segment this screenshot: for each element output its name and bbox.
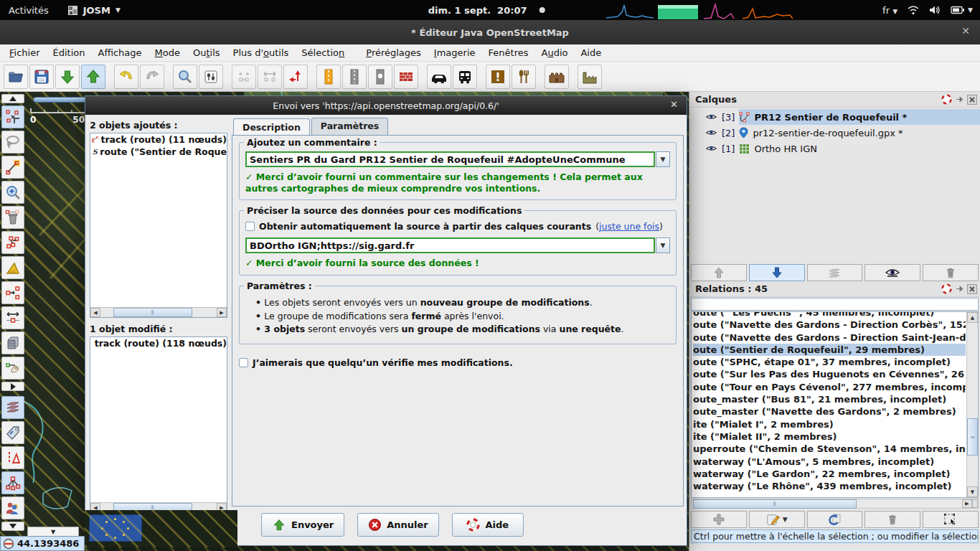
added-list-hscrollbar[interactable]: ◀ ⦀ ▶ bbox=[90, 307, 227, 317]
merge-nodes-button[interactable] bbox=[232, 65, 256, 89]
object-item[interactable]: track (route) (118 nœuds) bbox=[90, 337, 227, 349]
relation-select-members-button[interactable] bbox=[923, 511, 979, 528]
relations-list[interactable]: oute (" Les Puechs ", 45 membres, incomp… bbox=[691, 311, 979, 498]
layers-panel-title-bar[interactable]: Calques bbox=[689, 92, 980, 108]
menu--dition[interactable]: Édition bbox=[47, 46, 92, 60]
relation-item[interactable]: oute (" Les Puechs ", 45 membres, incomp… bbox=[693, 312, 966, 319]
relation-item[interactable]: waterway ("Le Rhône", 439 membres, incom… bbox=[693, 480, 966, 492]
source-combobox[interactable]: BDOrtho IGN;https://sig.gard.fr ▼ bbox=[245, 237, 670, 253]
relation-item[interactable]: oute ("Sentier de Roquefeuil", 29 membre… bbox=[693, 344, 966, 356]
battery-menu[interactable]: ▼ bbox=[951, 6, 973, 14]
upload-button[interactable] bbox=[81, 65, 105, 89]
angle-snap-tool[interactable] bbox=[1, 256, 24, 279]
track-preset-button[interactable] bbox=[342, 65, 367, 89]
panel-close-icon[interactable] bbox=[967, 95, 977, 105]
roundabout-preset-button[interactable] bbox=[368, 65, 392, 89]
relation-add-button[interactable] bbox=[691, 511, 747, 528]
menu-outils[interactable]: Outils bbox=[187, 46, 227, 60]
search-button[interactable] bbox=[173, 65, 197, 89]
layers-panel-toggle[interactable] bbox=[1, 396, 24, 419]
relation-item[interactable]: uperroute ("Chemin de Stevenson", 14 mem… bbox=[693, 443, 966, 455]
relations-panel-toggle[interactable] bbox=[1, 471, 24, 494]
just-once-link[interactable]: juste une fois bbox=[599, 221, 659, 232]
upload-confirm-button[interactable]: Envoyer bbox=[261, 513, 344, 537]
tools-scroll-down-button[interactable] bbox=[1, 522, 24, 531]
menu-affichage[interactable]: Affichage bbox=[91, 46, 148, 60]
tab-parametres[interactable]: Paramètres bbox=[311, 118, 388, 135]
layer-visibility-button[interactable] bbox=[864, 264, 920, 281]
layers-list[interactable]: [3]PR12 Sentier de Roquefeuil *[2]pr12-s… bbox=[689, 108, 980, 263]
activities-button[interactable]: Activités bbox=[9, 5, 49, 16]
chevron-down-icon[interactable]: ▼ bbox=[656, 237, 670, 253]
scroll-up-icon[interactable]: ▲ bbox=[967, 312, 978, 323]
clock[interactable]: dim. 1 sept.20:07 bbox=[428, 0, 545, 20]
relation-item[interactable]: oute_master ("Navette des Gardons", 2 me… bbox=[693, 405, 966, 418]
tools-expand-button[interactable] bbox=[1, 382, 24, 391]
object-item[interactable]: track (route) (11 nœuds) bbox=[90, 133, 227, 146]
relations-filter-input[interactable] bbox=[691, 298, 979, 311]
menu-plus-d-outils[interactable]: Plus d'outils bbox=[227, 46, 296, 60]
menu-pr-r-glages[interactable]: Préréglages bbox=[359, 46, 428, 60]
cancel-button[interactable]: Annuler bbox=[357, 513, 439, 537]
relation-item[interactable]: oute ("SPHC, étape 01", 37 membres, inco… bbox=[693, 356, 966, 368]
select-move-tool[interactable] bbox=[1, 105, 24, 128]
car-preset-button[interactable] bbox=[427, 65, 451, 89]
vscroll-thumb[interactable]: ≡ bbox=[967, 418, 978, 456]
panel-close-icon[interactable] bbox=[967, 284, 977, 294]
relation-item[interactable]: waterway ("L'Amous", 5 membres, incomple… bbox=[693, 456, 966, 468]
relation-item[interactable]: oute_master ("Bus 81", 21 membres, incom… bbox=[693, 393, 966, 405]
tools-scroll-up-button[interactable] bbox=[1, 94, 24, 103]
save-button[interactable] bbox=[29, 65, 54, 89]
relation-item[interactable]: oute ("Tour en Pays Cévenol", 277 membre… bbox=[693, 381, 966, 393]
relation-item[interactable]: ite ("Mialet I", 2 membres) bbox=[693, 418, 966, 430]
source-input[interactable]: BDOrtho IGN;https://sig.gard.fr bbox=[245, 237, 655, 253]
wall-preset-button[interactable] bbox=[394, 65, 418, 89]
window-close-icon[interactable]: ✕ bbox=[961, 25, 970, 37]
added-objects-list[interactable]: track (route) (11 nœuds)Sroute ("Sentier… bbox=[90, 133, 227, 318]
relation-item[interactable]: oute ("Navette des Gardons - Direction C… bbox=[693, 319, 966, 331]
distribute-nodes-button[interactable] bbox=[258, 65, 282, 89]
unglue-tool[interactable] bbox=[1, 231, 24, 254]
open-file-button[interactable] bbox=[4, 65, 28, 89]
relation-item[interactable]: oute ("Sur les Pas des Huguenots en Céve… bbox=[693, 368, 966, 380]
relation-item[interactable]: waterway ("Le Gardon", 22 membres, incom… bbox=[693, 468, 966, 480]
comment-combobox[interactable]: Sentiers PR du Gard PR12 Sentier de Roqu… bbox=[245, 151, 670, 167]
factory-preset-button[interactable] bbox=[578, 65, 602, 89]
layer-delete-button[interactable] bbox=[923, 264, 979, 281]
wifi-icon[interactable] bbox=[908, 5, 919, 15]
tags-panel-toggle[interactable] bbox=[1, 421, 24, 444]
authors-panel-toggle[interactable] bbox=[1, 496, 24, 519]
menu-mode[interactable]: Mode bbox=[149, 46, 187, 60]
comment-input[interactable]: Sentiers PR du Gard PR12 Sentier de Roqu… bbox=[245, 151, 655, 167]
relation-item[interactable]: ite ("Mialet II", 2 membres) bbox=[693, 430, 966, 443]
undo-button[interactable] bbox=[114, 65, 138, 89]
relation-edit-button[interactable]: ▼ bbox=[749, 511, 805, 528]
draw-nodes-tool[interactable] bbox=[1, 156, 24, 179]
download-button[interactable] bbox=[55, 65, 80, 89]
layer-move-down-button[interactable] bbox=[749, 264, 805, 281]
scroll-right-icon[interactable]: ▶ bbox=[962, 499, 972, 508]
relations-vscrollbar[interactable]: ▲ ≡ ▼ bbox=[966, 312, 978, 497]
preferences-button[interactable] bbox=[199, 65, 223, 89]
tab-description[interactable]: Description bbox=[233, 118, 310, 136]
object-item[interactable]: Sroute ("Sentier de Roque bbox=[90, 146, 227, 158]
layer-merge-button[interactable] bbox=[807, 264, 863, 281]
hazard-preset-button[interactable]: ! bbox=[486, 65, 510, 89]
keyboard-layout[interactable]: fr ▼ bbox=[882, 5, 897, 16]
scroll-down-icon[interactable]: ▼ bbox=[967, 486, 978, 497]
relations-hscrollbar[interactable]: ⦀ ▶ bbox=[691, 499, 979, 509]
menu-imagerie[interactable]: Imagerie bbox=[428, 46, 482, 60]
lasso-tool[interactable] bbox=[1, 131, 24, 154]
review-checkbox[interactable] bbox=[239, 358, 248, 367]
scroll-right-icon[interactable]: ▶ bbox=[217, 308, 227, 317]
chevron-down-icon[interactable]: ▼ bbox=[656, 151, 670, 167]
layer-row[interactable]: [3]PR12 Sentier de Roquefeuil * bbox=[689, 109, 980, 125]
follow-line-tool[interactable] bbox=[1, 357, 24, 380]
bus-preset-button[interactable] bbox=[453, 65, 477, 89]
delete-tool[interactable] bbox=[1, 206, 24, 229]
restaurant-preset-button[interactable] bbox=[512, 65, 536, 89]
modified-objects-list[interactable]: track (route) (118 nœuds) ◀ ⦀ ▶ bbox=[90, 336, 227, 513]
panel-help-icon[interactable] bbox=[941, 283, 952, 294]
layer-row[interactable]: [2]pr12-sentier-de-roquefeuil.gpx * bbox=[689, 125, 980, 141]
upload-dialog-close-icon[interactable]: ✕ bbox=[670, 99, 678, 110]
